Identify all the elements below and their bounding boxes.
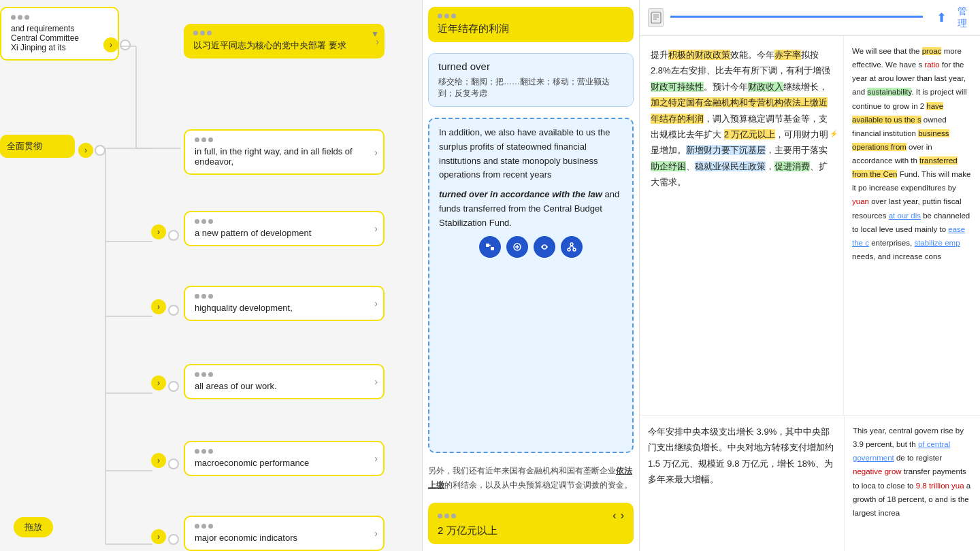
connector-8 (168, 458, 179, 469)
nav-right[interactable]: › (621, 510, 624, 522)
mid-chinese-text: 另外，我们还有近年来国有金融机构和国有垄断企业依法上缴的利结余，以及从中央预算稳… (428, 464, 634, 492)
bottom-doc-text: 今年安排中央本级支出增长 3.9%，其中中央部门支出继续负增长。中央对地方转移支… (648, 424, 836, 488)
node8-text: macroeconomic performance (195, 458, 374, 468)
mindmap-node-6[interactable]: › highquality development, (184, 286, 385, 321)
mindmap-node-1[interactable]: and requirementsCentral CommitteeXi Jinp… (0, 7, 119, 61)
card-toolbar (439, 236, 623, 258)
svg-rect-28 (651, 12, 661, 23)
left-mindmap-panel: and requirementsCentral CommitteeXi Jinp… (0, 0, 422, 551)
connector-3 (95, 145, 105, 156)
mindmap-node-7[interactable]: › all areas of our work. (184, 364, 385, 399)
node4-text: in full, in the right way, and in all fi… (195, 146, 374, 167)
drop-hint-text: 拖放 (24, 522, 42, 532)
translation-pane-top[interactable]: We will see that the proac more effectiv… (844, 36, 980, 415)
svg-point-24 (568, 248, 570, 251)
mid-card-bottom[interactable]: ‹ › 2 万亿元以上 (428, 503, 634, 544)
expand-arrow-7[interactable]: › (151, 375, 166, 390)
connector-6 (168, 305, 179, 316)
bottom-trans-pane[interactable]: This year, central govern rise by 3.9 pe… (844, 416, 980, 551)
connector-1 (120, 39, 131, 50)
svg-rect-14 (486, 244, 489, 247)
mindmap-node-2[interactable]: › ▼ 以习近平同志为核心的党中央部署 要求 (184, 24, 385, 59)
mid-top-title: 近年结存的利润 (438, 22, 624, 35)
mid-card-turnover[interactable]: turned over 移交给；翻阅；把……翻过来；移动；营业额达到；反复考虑 (428, 53, 634, 107)
expand-arrow-9[interactable]: › (151, 529, 166, 544)
drop-hint: 拖放 (14, 517, 53, 537)
tool-translate[interactable] (479, 236, 501, 258)
node6-expand[interactable]: › (374, 298, 378, 309)
node4-expand[interactable]: › (374, 147, 378, 158)
svg-line-26 (569, 246, 572, 248)
node2-collapse[interactable]: ▼ (371, 29, 379, 39)
expand-arrow-8[interactable]: › (151, 453, 166, 468)
right-panel: 《2022年政府工作报告-新华社-两... ⬆ 管理 提升积极的财政政策效能。今… (640, 0, 980, 551)
tool-settings[interactable] (534, 236, 555, 258)
mindmap-node-4[interactable]: › in full, in the right way, and in all … (184, 129, 385, 175)
right-content: 提升积极的财政政策效能。今年赤字率拟按 2.8%左右安排、比去年有所下调，有利于… (640, 36, 980, 415)
expand-arrow-1[interactable]: › (103, 37, 118, 52)
mindmap-node-9[interactable]: › major economic indicators (184, 516, 385, 551)
node3-text: 全面贯彻 (7, 140, 68, 152)
node8-expand[interactable]: › (374, 453, 378, 464)
turnover-subtitle: 移交给；翻阅；把……翻过来；移动；营业额达到；反复考虑 (438, 76, 623, 99)
mindmap-node-8[interactable]: › macroeconomic performance (184, 441, 385, 476)
expand-arrow-3[interactable]: › (78, 143, 93, 158)
node5-text: a new pattern of development (195, 228, 374, 238)
node2-text: 以习近平同志为核心的党中央部署 要求 (193, 39, 375, 52)
node9-expand[interactable]: › (374, 528, 378, 539)
svg-point-23 (570, 243, 573, 246)
trans-text-1: We will see that the proac more effectiv… (852, 44, 972, 263)
expand-arrow-6[interactable]: › (151, 299, 166, 314)
connector-7 (168, 381, 179, 392)
svg-point-20 (542, 245, 546, 249)
connector-9 (168, 534, 179, 545)
manage-button[interactable]: 管理 (953, 5, 972, 30)
middle-panel: 近年结存的利润 turned over 移交给；翻阅；把……翻过来；移动；营业额… (422, 0, 640, 551)
doc-pane-top[interactable]: 提升积极的财政政策效能。今年赤字率拟按 2.8%左右安排、比去年有所下调，有利于… (640, 36, 844, 415)
nav-left[interactable]: ‹ (612, 510, 616, 522)
doc-icon (648, 8, 664, 27)
svg-point-25 (573, 248, 576, 251)
svg-rect-15 (491, 247, 494, 250)
expand-arrow-5[interactable]: › (151, 224, 166, 239)
bottom-trans-text: This year, central govern rise by 3.9 pe… (853, 424, 972, 520)
svg-line-27 (572, 246, 574, 248)
mindmap-node-5[interactable]: › a new pattern of development (184, 211, 385, 246)
doc-text-1: 提升积极的财政政策效能。今年赤字率拟按 2.8%左右安排、比去年有所下调，有利于… (651, 47, 832, 190)
main-para-1: In addition, we also have available to u… (439, 126, 623, 182)
bottom-doc-pane[interactable]: 今年安排中央本级支出增长 3.9%，其中中央部门支出继续负增长。中央对地方转移支… (640, 416, 844, 551)
header-arrow-up[interactable]: ⬆ (936, 10, 947, 25)
tool-copy[interactable] (506, 236, 528, 258)
turnover-title: turned over (438, 61, 623, 72)
connector-5 (168, 230, 179, 241)
right-header: 《2022年政府工作报告-新华社-两... ⬆ 管理 (640, 0, 980, 36)
right-bottom: 今年安排中央本级支出增长 3.9%，其中中央部门支出继续负增长。中央对地方转移支… (640, 415, 980, 551)
node6-text: highquality development, (195, 303, 374, 313)
mid-card-top[interactable]: 近年结存的利润 (428, 7, 634, 42)
bottom-card-title: 2 万亿元以上 (438, 524, 624, 537)
tool-share[interactable] (561, 236, 583, 258)
mid-card-main[interactable]: In addition, we also have available to u… (428, 118, 634, 453)
node7-expand[interactable]: › (374, 376, 378, 387)
node1-text: and requirementsCentral CommitteeXi Jinp… (11, 24, 108, 52)
reading-progress (670, 16, 922, 18)
mindmap-node-3[interactable]: 全面贯彻 (0, 135, 75, 158)
main-para-bold: turned over in accordance with the law a… (439, 188, 623, 230)
node5-expand[interactable]: › (374, 223, 378, 234)
node7-text: all areas of our work. (195, 381, 374, 391)
node9-text: major economic indicators (195, 533, 374, 543)
